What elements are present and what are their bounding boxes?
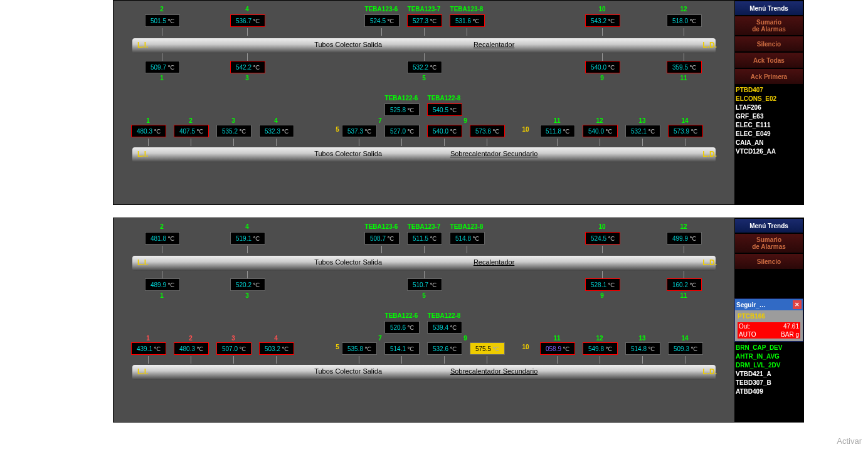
temp-reading[interactable]: 540.0℃	[585, 61, 620, 73]
temp-reading[interactable]: 573.6℃	[470, 125, 505, 137]
sumario2-line2: de Alarmas	[752, 243, 786, 250]
temp-reading[interactable]: 520.2℃	[230, 278, 265, 291]
temp-reading[interactable]: 514.1℃	[384, 342, 420, 355]
temp-reading[interactable]: 518.0℃	[667, 14, 702, 27]
ack-primera-button[interactable]: Ack Primera	[734, 68, 803, 85]
tag-item[interactable]: ELCONS_E02	[736, 95, 802, 103]
temp-reading[interactable]: 524.5℃	[364, 14, 400, 27]
temp-reading[interactable]: 531.6℃	[450, 14, 485, 27]
sensor-number: 14	[681, 117, 688, 124]
seguir-popup[interactable]: Seguir_… ✕ PTCB166 Out:47.61 AUTOBAR g	[734, 298, 803, 342]
temp-reading[interactable]: 501.5℃	[145, 14, 180, 27]
sensor-label: TEBA123-6	[365, 223, 398, 230]
temp-reading[interactable]: 532.6℃	[427, 342, 462, 355]
temp-reading[interactable]: 507.0℃	[216, 342, 251, 355]
tick	[424, 271, 425, 278]
tube-bar-sobrecalentador: L.I.Tubos Colector SalidaSobrecalentador…	[132, 147, 716, 162]
temp-reading[interactable]: 511.8℃	[540, 125, 575, 137]
temp-reading[interactable]: 573.9℃	[668, 125, 703, 137]
tag-item[interactable]: PTBD407	[736, 86, 802, 95]
temp-reading[interactable]: 519.1℃	[230, 232, 265, 244]
ack-todas-button[interactable]: Ack Todas	[734, 52, 803, 68]
sensor-number: 9	[463, 117, 467, 124]
temp-reading[interactable]: 532.3℃	[259, 125, 294, 137]
temp-reading[interactable]: 480.3℃	[131, 125, 166, 137]
sensor-label: TEBA122-6	[385, 312, 418, 319]
tag-item[interactable]: ATBD409	[736, 387, 802, 396]
temp-reading[interactable]: 536.7℃	[230, 14, 265, 27]
temp-reading[interactable]: 537.3℃	[342, 125, 377, 137]
sensor-number: 1	[146, 117, 150, 124]
tick	[401, 356, 402, 364]
temp-reading[interactable]: 520.6℃	[384, 321, 420, 334]
temp-reading[interactable]: 528.1℃	[585, 278, 620, 291]
silencio-button[interactable]: Silencio	[734, 36, 803, 52]
sensor-number: 2	[189, 335, 193, 342]
temp-reading[interactable]: 499.9℃	[667, 232, 702, 244]
sumario-alarmas-button-2[interactable]: Sumario de Alarmas	[734, 233, 803, 253]
tag-item[interactable]: ELEC_E049	[736, 130, 802, 139]
popup-close-button[interactable]: ✕	[793, 300, 802, 309]
temp-reading[interactable]: 527.3℃	[407, 14, 442, 27]
tag-item[interactable]: TEBD307_B	[736, 379, 802, 387]
popup-titlebar[interactable]: Seguir_… ✕	[735, 299, 803, 310]
tick	[276, 356, 277, 364]
tick	[191, 356, 191, 364]
tag-item[interactable]: VTBD421_A	[736, 370, 802, 379]
tag-item[interactable]: CAIA_AN	[736, 139, 802, 147]
sumario-line2: de Alarmas	[752, 26, 786, 33]
temp-reading[interactable]: 480.3℃	[174, 342, 209, 355]
sensor-number: 4	[274, 117, 278, 124]
tube-bar-sobrecalentador: L.I.Tubos Colector SalidaSobrecalentador…	[132, 365, 716, 380]
temp-reading[interactable]: 527.0℃	[384, 125, 420, 137]
temp-reading[interactable]: 540.0℃	[583, 125, 618, 137]
temp-reading[interactable]: 489.9℃	[145, 278, 180, 291]
sensor-label: TEBA122-8	[428, 312, 461, 319]
sensor-number: 10	[522, 344, 529, 350]
temp-reading[interactable]: 540.0℃	[427, 125, 462, 137]
temp-reading[interactable]: 514.8℃	[625, 342, 660, 355]
tick	[685, 139, 685, 146]
temp-reading[interactable]: 524.5℃	[585, 232, 620, 244]
tick	[148, 356, 149, 364]
temp-reading[interactable]: 542.2℃	[230, 61, 265, 73]
temp-reading[interactable]: 535.2℃	[216, 125, 251, 137]
temp-reading[interactable]: 359.5℃	[667, 61, 702, 73]
silencio-button-2[interactable]: Silencio	[734, 253, 803, 270]
temp-reading[interactable]: 407.5℃	[174, 125, 209, 137]
tag-item[interactable]: LTAF206	[736, 103, 802, 112]
temp-reading[interactable]: 058.9℃	[540, 342, 575, 355]
panel2-sidebar: Menú Trends Sumario de Alarmas Silencio …	[734, 218, 803, 422]
tag-item[interactable]: BRN_CAP_DEV	[736, 344, 802, 352]
tag-item[interactable]: DRM_LVL_2DV	[736, 361, 802, 370]
temp-reading[interactable]: 509.7℃	[145, 61, 180, 73]
menu-trends-button[interactable]: Menú Trends	[734, 1, 803, 16]
temp-reading[interactable]: 525.8℃	[384, 103, 420, 116]
temp-reading[interactable]: 160.2℃	[667, 278, 702, 291]
menu-trends-button-2[interactable]: Menú Trends	[734, 218, 803, 233]
sensor-label: TEBA122-6	[385, 95, 418, 102]
tag-item[interactable]: GRF_E63	[736, 112, 802, 121]
temp-reading[interactable]: 549.8℃	[583, 342, 618, 355]
temp-reading[interactable]: 481.8℃	[145, 232, 180, 244]
tick	[424, 246, 425, 253]
tag-item[interactable]: VTCD126_AA	[736, 147, 802, 156]
sensor-label: TEBA123-8	[450, 223, 484, 230]
temp-reading[interactable]: 508.7℃	[364, 232, 400, 244]
temp-reading[interactable]: 540.5℃	[427, 103, 462, 116]
temp-reading[interactable]: 503.2℃	[259, 342, 294, 355]
tag-item[interactable]: AHTR_IN_AVG	[736, 352, 802, 361]
temp-reading[interactable]: 539.4℃	[427, 321, 462, 334]
tag-item[interactable]: ELEC_E111	[736, 121, 802, 130]
temp-reading[interactable]: 532.2℃	[407, 61, 442, 73]
temp-reading[interactable]: 509.3℃	[668, 342, 703, 355]
temp-reading[interactable]: 532.1℃	[625, 125, 660, 137]
temp-reading[interactable]: 439.1℃	[131, 342, 166, 355]
temp-reading[interactable]: 511.5℃	[407, 232, 442, 244]
sumario-alarmas-button[interactable]: Sumario de Alarmas	[734, 16, 803, 36]
temp-reading[interactable]: 575.5℃	[470, 342, 505, 355]
temp-reading[interactable]: 543.2℃	[585, 14, 620, 27]
temp-reading[interactable]: 514.8℃	[450, 232, 485, 244]
temp-reading[interactable]: 535.8℃	[342, 342, 377, 355]
temp-reading[interactable]: 510.7℃	[407, 278, 442, 291]
